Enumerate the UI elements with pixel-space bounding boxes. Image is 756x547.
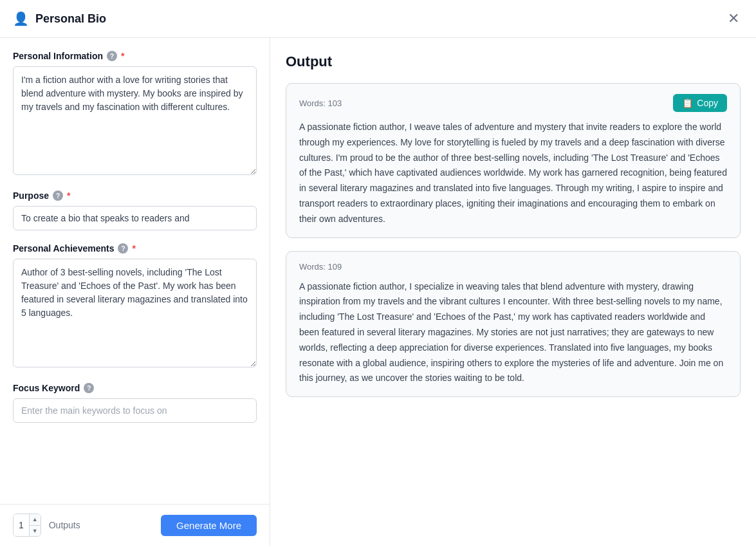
card-2-header: Words: 109: [299, 262, 727, 272]
output-card-2: Words: 109 A passionate fiction author, …: [286, 251, 741, 398]
close-button[interactable]: ✕: [724, 10, 743, 27]
card-1-copy-button[interactable]: 📋 Copy: [673, 94, 727, 112]
personal-info-required: *: [121, 51, 124, 61]
achievements-help-icon[interactable]: ?: [118, 243, 128, 254]
focus-keyword-label: Focus Keyword ?: [13, 383, 257, 393]
copy-icon-1: 📋: [682, 98, 693, 108]
card-1-body: A passionate fiction author, I weave tal…: [299, 120, 727, 227]
stepper-down-button[interactable]: ▼: [30, 526, 41, 537]
left-panel: Personal Information ? * Purpose ? * Per…: [0, 38, 270, 546]
card-2-body: A passionate fiction author, I specializ…: [299, 279, 727, 387]
outputs-stepper: 1 ▲ ▼: [13, 514, 41, 537]
card-2-words: Words: 109: [299, 262, 342, 272]
achievements-group: Personal Achievements ? *: [13, 243, 257, 370]
achievements-label: Personal Achievements ? *: [13, 243, 257, 254]
card-1-copy-label: Copy: [697, 98, 718, 108]
card-1-words: Words: 103: [299, 98, 342, 108]
focus-keyword-help-icon[interactable]: ?: [84, 383, 94, 393]
bottom-bar: 1 ▲ ▼ Outputs Generate More: [0, 504, 270, 546]
header: 👤 Personal Bio ✕: [0, 0, 756, 38]
main-layout: Personal Information ? * Purpose ? * Per…: [0, 38, 756, 546]
purpose-label: Purpose ? *: [13, 190, 257, 201]
right-panel: Output Words: 103 📋 Copy A passionate fi…: [270, 38, 756, 546]
focus-keyword-input[interactable]: [13, 398, 257, 423]
personal-info-help-icon[interactable]: ?: [107, 51, 117, 61]
personal-info-label: Personal Information ? *: [13, 51, 257, 61]
purpose-required: *: [67, 190, 70, 201]
stepper-up-button[interactable]: ▲: [30, 514, 41, 526]
user-icon: 👤: [13, 11, 29, 26]
achievements-label-text: Personal Achievements: [13, 243, 114, 254]
outputs-value: 1: [14, 514, 29, 536]
generate-more-button[interactable]: Generate More: [161, 515, 257, 536]
output-title: Output: [286, 53, 741, 70]
purpose-help-icon[interactable]: ?: [53, 190, 63, 201]
stepper-arrows: ▲ ▼: [29, 514, 41, 536]
output-card-1: Words: 103 📋 Copy A passionate fiction a…: [286, 83, 741, 238]
header-title: Personal Bio: [35, 12, 106, 26]
card-1-header: Words: 103 📋 Copy: [299, 94, 727, 112]
focus-keyword-label-text: Focus Keyword: [13, 383, 80, 393]
purpose-label-text: Purpose: [13, 190, 49, 201]
personal-info-textarea[interactable]: [13, 66, 257, 175]
personal-info-label-text: Personal Information: [13, 51, 103, 61]
header-left: 👤 Personal Bio: [13, 11, 106, 26]
personal-info-group: Personal Information ? *: [13, 51, 257, 178]
left-scroll-area: Personal Information ? * Purpose ? * Per…: [0, 38, 270, 504]
achievements-required: *: [132, 243, 135, 254]
focus-keyword-group: Focus Keyword ?: [13, 383, 257, 423]
outputs-label: Outputs: [49, 520, 80, 530]
purpose-group: Purpose ? *: [13, 190, 257, 230]
purpose-input[interactable]: [13, 206, 257, 230]
achievements-textarea[interactable]: [13, 259, 257, 367]
